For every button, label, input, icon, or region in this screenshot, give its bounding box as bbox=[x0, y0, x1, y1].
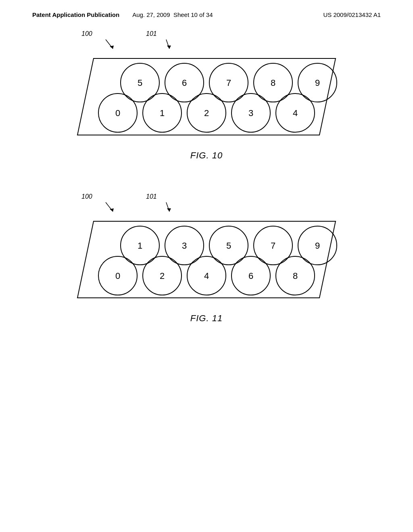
svg-text:5: 5 bbox=[226, 241, 231, 251]
svg-text:0: 0 bbox=[115, 271, 120, 281]
parallelogram-fig10: 5 6 7 8 9 0 1 2 3 4 bbox=[69, 50, 344, 143]
svg-text:6: 6 bbox=[248, 271, 253, 281]
svg-marker-29 bbox=[77, 221, 336, 298]
page-header: Patent Application Publication Aug. 27, … bbox=[0, 0, 413, 18]
svg-text:0: 0 bbox=[115, 108, 120, 118]
svg-text:2: 2 bbox=[160, 271, 165, 281]
svg-text:1: 1 bbox=[138, 241, 142, 251]
publication-label: Patent Application Publication bbox=[32, 11, 119, 18]
figure-10-section: 100 101 bbox=[0, 34, 413, 181]
arrow-101-fig11 bbox=[162, 200, 178, 218]
arrow-100-fig10 bbox=[102, 37, 118, 55]
figure-11-label: FIG. 11 bbox=[190, 313, 223, 324]
arrow-100-fig11 bbox=[102, 200, 118, 218]
figure-11-diagram: 100 101 1 3 bbox=[69, 197, 344, 306]
arrow-101-fig10 bbox=[162, 37, 178, 55]
svg-marker-1 bbox=[110, 46, 114, 49]
parallelogram-fig11: 1 3 5 7 9 0 2 4 6 8 bbox=[69, 213, 344, 306]
svg-text:5: 5 bbox=[138, 78, 142, 88]
publication-date: Aug. 27, 2009 Sheet 10 of 34 bbox=[132, 11, 213, 18]
patent-number: US 2009/0213432 A1 bbox=[323, 11, 381, 18]
svg-text:7: 7 bbox=[271, 241, 275, 251]
svg-text:4: 4 bbox=[293, 108, 298, 118]
svg-marker-4 bbox=[77, 58, 336, 135]
callout-100-fig11: 100 bbox=[81, 193, 92, 200]
callout-100-fig10: 100 bbox=[81, 30, 92, 37]
callout-101-fig11: 101 bbox=[146, 193, 157, 200]
svg-text:9: 9 bbox=[315, 241, 320, 251]
figure-10-diagram: 100 101 bbox=[69, 34, 344, 143]
callout-101-fig10: 101 bbox=[146, 30, 157, 37]
svg-text:4: 4 bbox=[204, 271, 209, 281]
figure-10-label: FIG. 10 bbox=[190, 150, 223, 161]
svg-text:8: 8 bbox=[293, 271, 298, 281]
svg-text:1: 1 bbox=[160, 108, 165, 118]
svg-text:9: 9 bbox=[315, 78, 320, 88]
figure-11-section: 100 101 1 3 bbox=[0, 197, 413, 344]
svg-text:8: 8 bbox=[271, 78, 275, 88]
svg-marker-26 bbox=[110, 208, 114, 212]
svg-text:6: 6 bbox=[182, 78, 187, 88]
svg-text:3: 3 bbox=[248, 108, 253, 118]
svg-text:7: 7 bbox=[226, 78, 231, 88]
svg-text:2: 2 bbox=[204, 108, 209, 118]
svg-text:3: 3 bbox=[182, 241, 187, 251]
